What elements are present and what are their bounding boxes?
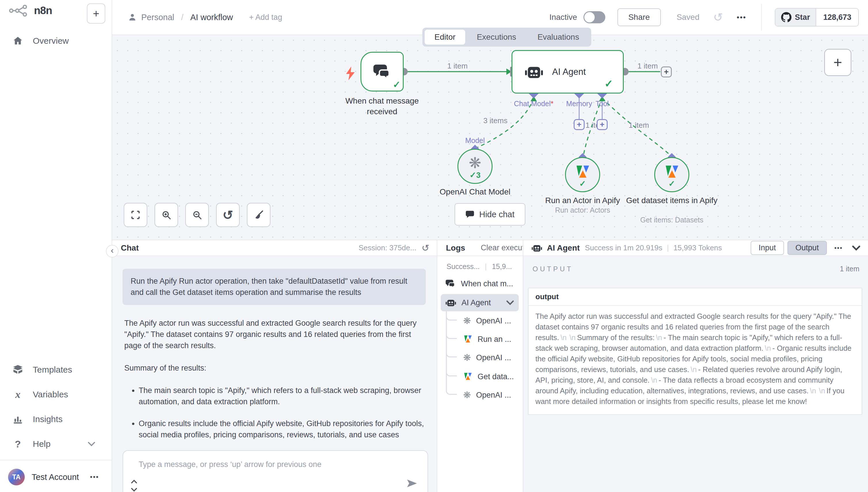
chat-message-input[interactable]: Type a message, or press ‘up’ arrow for … bbox=[123, 450, 428, 492]
history-icon[interactable]: ↺ bbox=[713, 11, 723, 24]
tab-editor[interactable]: Editor bbox=[425, 30, 465, 45]
github-star-widget[interactable]: Star 128,673 bbox=[775, 8, 859, 26]
log-item-label: OpenAI ... bbox=[476, 317, 511, 325]
log-item-get-dataset[interactable]: Get data... bbox=[463, 368, 514, 385]
log-item-run-actor[interactable]: Run an ... bbox=[463, 331, 511, 348]
log-item-label: When chat m... bbox=[461, 279, 513, 288]
toggle-knob bbox=[584, 12, 595, 22]
account-more-icon[interactable]: ••• bbox=[90, 473, 99, 481]
canvas-controls: ↺ bbox=[124, 203, 270, 227]
input-tab-button[interactable]: Input bbox=[751, 241, 784, 255]
log-item-openai-3[interactable]: ❋ OpenAI ... bbox=[463, 387, 511, 403]
bot-chat-message: The Apify actor run was successful and e… bbox=[124, 318, 425, 441]
zoom-out-button[interactable] bbox=[185, 203, 209, 227]
variables-icon: x bbox=[12, 388, 24, 400]
breadcrumb-project[interactable]: Personal bbox=[141, 13, 174, 22]
output-tab-button[interactable]: Output bbox=[788, 241, 827, 255]
node-get-dataset-apify[interactable]: ✓ bbox=[654, 157, 689, 192]
success-check-icon: ✓ bbox=[668, 180, 675, 188]
logs-tree: Success... | 15,9... When chat m... AI A… bbox=[437, 256, 523, 492]
hide-chat-button[interactable]: Hide chat bbox=[454, 203, 525, 226]
sidebar-item-help[interactable]: ? Help bbox=[0, 435, 111, 453]
apify-icon bbox=[463, 335, 472, 344]
tab-evaluations[interactable]: Evaluations bbox=[528, 30, 589, 45]
home-icon bbox=[12, 36, 24, 46]
detail-node-status: Success in 1m 20.919s bbox=[585, 243, 662, 252]
chat-bubbles-icon bbox=[445, 279, 456, 288]
node-label-trigger: When chat message received bbox=[339, 96, 425, 117]
send-message-icon[interactable] bbox=[406, 478, 418, 488]
clear-execution-button[interactable]: Clear execut bbox=[477, 243, 523, 252]
fit-view-icon bbox=[131, 210, 141, 220]
sidebar-item-label: Help bbox=[33, 439, 51, 449]
sidebar-item-insights[interactable]: Insights bbox=[0, 410, 111, 428]
execution-tokens: 15,9... bbox=[492, 263, 512, 271]
zoom-in-button[interactable] bbox=[154, 203, 178, 227]
new-workflow-button[interactable]: + bbox=[87, 3, 105, 24]
chevron-up-icon[interactable] bbox=[131, 479, 138, 484]
node-chat-trigger[interactable]: ✓ bbox=[361, 52, 404, 92]
robot-icon bbox=[524, 63, 543, 80]
add-node-button[interactable]: + bbox=[661, 67, 672, 77]
active-toggle[interactable] bbox=[584, 11, 605, 23]
success-check-icon: ✓ bbox=[604, 78, 613, 90]
account-menu[interactable]: TA Test Account ••• bbox=[0, 466, 111, 489]
chevron-down-icon[interactable] bbox=[131, 488, 138, 492]
output-view[interactable]: OUTPUT 1 item output The Apify actor run… bbox=[523, 256, 868, 492]
reset-zoom-button[interactable]: ↺ bbox=[216, 203, 240, 227]
share-button[interactable]: Share bbox=[617, 8, 661, 26]
log-item-chat-trigger[interactable]: When chat m... bbox=[445, 275, 513, 292]
detail-node-name: AI Agent bbox=[547, 243, 580, 253]
sidebar-item-overview[interactable]: Overview bbox=[0, 32, 111, 50]
sidebar-item-label: Overview bbox=[33, 36, 69, 46]
add-memory-button[interactable]: + bbox=[574, 119, 585, 130]
port-label-memory: Memory bbox=[566, 100, 592, 108]
edge-label-items: 1 item bbox=[447, 62, 468, 71]
chat-transcript[interactable]: Run the Apify Run actor operation, then … bbox=[112, 256, 437, 492]
workflow-more-icon[interactable]: ••• bbox=[737, 13, 746, 22]
sidebar-item-templates[interactable]: Templates bbox=[0, 361, 111, 379]
bot-reply-list: The main search topic is "Apify," which … bbox=[139, 385, 425, 441]
workflow-canvas[interactable]: ✓ When chat message received bbox=[112, 35, 868, 240]
output-table: output The Apify actor run was successfu… bbox=[528, 288, 862, 415]
add-tool-button[interactable]: + bbox=[597, 119, 607, 130]
detail-more-icon[interactable]: ••• bbox=[834, 244, 843, 252]
log-item-label: OpenAI ... bbox=[476, 353, 511, 362]
tab-executions[interactable]: Executions bbox=[467, 30, 526, 45]
sidebar-item-variables[interactable]: x Variables bbox=[0, 385, 111, 404]
sidebar-divider bbox=[0, 460, 111, 460]
open-nodes-panel-button[interactable]: + bbox=[824, 49, 851, 76]
n8n-logo[interactable]: n8n bbox=[8, 5, 52, 17]
run-badge: ✓3 bbox=[470, 171, 481, 180]
apify-icon bbox=[463, 372, 472, 381]
openai-icon: ❋ bbox=[463, 353, 471, 362]
message-history-arrows[interactable] bbox=[131, 479, 138, 492]
bot-reply-intro: The Apify actor run was successful and e… bbox=[124, 318, 425, 351]
io-toggle: Input Output ••• bbox=[751, 241, 861, 255]
node-run-actor-apify[interactable]: ✓ bbox=[565, 157, 600, 192]
zoom-to-fit-button[interactable] bbox=[124, 203, 147, 227]
output-items-count: 1 item bbox=[840, 265, 859, 273]
tidy-up-button[interactable] bbox=[247, 203, 270, 227]
log-item-openai-1[interactable]: ❋ OpenAI ... bbox=[463, 313, 511, 329]
zoom-in-icon bbox=[162, 210, 171, 220]
sidebar-item-label: Variables bbox=[33, 390, 68, 399]
log-item-ai-agent[interactable]: AI Agent bbox=[441, 294, 519, 311]
workflow-status-label: Inactive bbox=[549, 13, 577, 22]
refresh-session-icon[interactable]: ↺ bbox=[421, 243, 429, 253]
chat-panel: Chat Session: 375de... ↺ Run the Apify R… bbox=[112, 240, 437, 492]
chat-session-id: Session: 375de... bbox=[358, 243, 416, 252]
collapse-chat-button[interactable]: ‹ bbox=[106, 245, 119, 257]
collapse-panel-icon[interactable] bbox=[852, 245, 861, 251]
port-label-tool: Tool bbox=[596, 100, 609, 108]
required-asterisk: * bbox=[551, 100, 553, 107]
node-openai-chat-model[interactable]: ❋ ✓3 bbox=[457, 149, 493, 184]
breadcrumb-workflow-name[interactable]: AI workflow bbox=[191, 13, 233, 22]
add-tag-button[interactable]: + Add tag bbox=[249, 13, 282, 22]
node-ai-agent[interactable]: AI Agent ✓ bbox=[512, 50, 624, 94]
github-star-count: 128,673 bbox=[816, 9, 858, 26]
execution-summary: Success... | 15,9... bbox=[447, 263, 523, 271]
robot-icon bbox=[531, 243, 542, 253]
log-item-openai-2[interactable]: ❋ OpenAI ... bbox=[463, 349, 511, 366]
github-star-label: Star bbox=[795, 13, 810, 22]
